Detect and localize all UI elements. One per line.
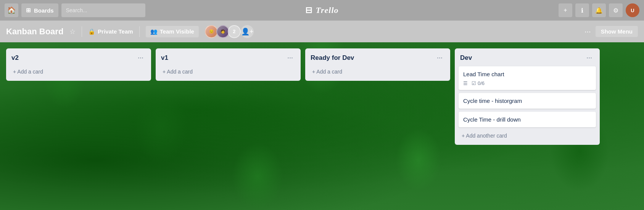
list-dev-add-card-button[interactable]: + Add another card: [459, 130, 596, 141]
list-dev-title: Dev: [460, 54, 472, 62]
lock-icon: 🔒: [88, 28, 95, 35]
private-team-label: Private Team: [98, 28, 133, 35]
member-count-badge[interactable]: 2: [228, 25, 241, 38]
show-menu-button[interactable]: Show Menu: [596, 26, 638, 37]
trello-logo: ⊟ Trello: [305, 5, 338, 15]
boards-button[interactable]: ⊞ Boards: [21, 3, 58, 17]
board-title: Kanban Board: [6, 27, 63, 37]
list-dev-header: Dev ···: [459, 52, 596, 63]
header-right: ··· Show Menu: [584, 26, 638, 37]
list-v1: v1 ··· + Add a card: [156, 48, 301, 81]
checklist-icon: ☑: [472, 80, 476, 86]
lists-container: v2 ··· + Add a card v1 ··· + Add a card …: [0, 42, 644, 210]
user-avatar[interactable]: U: [626, 3, 639, 17]
star-icon: ☆: [69, 28, 76, 35]
team-visible-label: Team Visible: [160, 28, 194, 35]
card-checklist-indicator: ☑ 0/6: [472, 80, 485, 86]
card-lead-time-meta: ☰ ☑ 0/6: [463, 80, 591, 86]
boards-label: Boards: [34, 7, 54, 14]
description-icon: ☰: [463, 80, 468, 86]
list-v1-header: v1 ···: [159, 52, 297, 63]
list-dev-menu-button[interactable]: ···: [584, 53, 594, 63]
add-member-icon: 👤+: [241, 27, 254, 36]
team-visible-button[interactable]: 👥 Team Visible: [146, 26, 199, 37]
card-cycle-drilldown-title: Cycle Time - drill down: [463, 115, 591, 123]
list-ready-for-dev-title: Ready for Dev: [311, 54, 354, 62]
list-dev: Dev ··· Lead Time chart ☰ ☑ 0/6 Cy: [455, 48, 600, 145]
list-v2-header: v2 ···: [10, 52, 147, 63]
card-cycle-histogram-title: Cycle time - historgram: [463, 97, 591, 105]
info-button[interactable]: ℹ: [575, 3, 589, 17]
nav-right: + ℹ 🔔 ⚙ U: [559, 3, 639, 17]
private-team: 🔒 Private Team: [88, 28, 133, 35]
star-button[interactable]: ☆: [69, 27, 76, 36]
list-v2-add-card-button[interactable]: + Add a card: [10, 66, 147, 77]
member-avatar-1[interactable]: 😊: [205, 25, 218, 38]
card-description-indicator: ☰: [463, 80, 468, 86]
boards-grid-icon: ⊞: [26, 7, 31, 14]
list-v1-title: v1: [161, 54, 168, 62]
team-visible-icon: 👥: [150, 28, 158, 35]
card-cycle-drilldown[interactable]: Cycle Time - drill down: [459, 112, 596, 127]
list-v1-add-card-button[interactable]: + Add a card: [159, 66, 297, 77]
board-header: Kanban Board ☆ 🔒 Private Team 👥 Team Vis…: [0, 21, 644, 42]
card-lead-time-title: Lead Time chart: [463, 70, 591, 78]
add-member-button[interactable]: 👤+: [241, 25, 254, 38]
top-nav: 🏠 ⊞ Boards ⊟ Trello + ℹ 🔔 ⚙ U: [0, 0, 644, 21]
trello-logo-text: Trello: [316, 5, 338, 15]
divider-2: [139, 26, 140, 37]
list-v2-title: v2: [11, 54, 19, 62]
more-icon: ···: [584, 27, 591, 35]
gear-icon: ⚙: [613, 7, 618, 14]
bell-icon: 🔔: [595, 7, 603, 14]
member-avatar-2[interactable]: 🧑: [216, 25, 229, 38]
card-cycle-histogram[interactable]: Cycle time - historgram: [459, 93, 596, 109]
checklist-progress: 0/6: [478, 80, 485, 86]
more-options-button[interactable]: ···: [584, 27, 591, 36]
add-button[interactable]: +: [559, 3, 572, 17]
home-button[interactable]: 🏠: [5, 3, 18, 17]
list-ready-for-dev: Ready for Dev ··· + Add a card: [305, 48, 450, 81]
list-ready-for-dev-menu-button[interactable]: ···: [435, 53, 445, 63]
list-ready-for-dev-header: Ready for Dev ···: [309, 52, 446, 63]
divider-1: [82, 26, 82, 37]
info-icon: ℹ: [581, 7, 583, 14]
search-input[interactable]: [61, 3, 145, 17]
settings-button[interactable]: ⚙: [609, 3, 623, 17]
add-icon: +: [564, 7, 567, 14]
notifications-button[interactable]: 🔔: [592, 3, 606, 17]
list-v1-menu-button[interactable]: ···: [285, 53, 295, 63]
trello-logo-icon: ⊟: [305, 5, 312, 15]
members-group: 😊 🧑 2 👤+: [205, 25, 254, 38]
list-v2-menu-button[interactable]: ···: [135, 53, 146, 63]
show-menu-label: Show Menu: [601, 28, 633, 35]
board-background: v2 ··· + Add a card v1 ··· + Add a card …: [0, 42, 644, 210]
card-lead-time[interactable]: Lead Time chart ☰ ☑ 0/6: [459, 66, 596, 90]
list-v2: v2 ··· + Add a card: [6, 48, 151, 81]
list-ready-for-dev-add-card-button[interactable]: + Add a card: [309, 66, 446, 77]
